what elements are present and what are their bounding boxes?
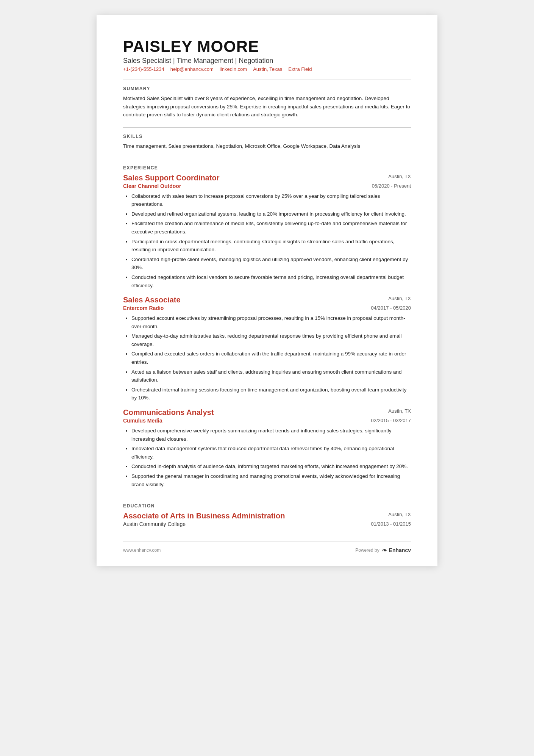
bullet-item: Orchestrated internal training sessions …: [131, 386, 411, 402]
candidate-name: PAISLEY MOORE: [123, 38, 411, 55]
experience-section: EXPERIENCE Sales Support Coordinator Aus…: [123, 165, 411, 489]
job-company-1: Clear Channel Outdoor: [123, 183, 181, 189]
job-meta-2: Entercom Radio 04/2017 - 05/2020: [123, 305, 411, 311]
job-company-2: Entercom Radio: [123, 305, 164, 311]
bullet-item: Collaborated with sales team to increase…: [131, 192, 411, 208]
contact-phone: +1-(234)-555-1234: [123, 66, 164, 72]
header-divider: [123, 80, 411, 80]
job-title-2: Sales Associate: [123, 296, 181, 304]
edu-meta: Austin Community College 01/2013 - 01/20…: [123, 521, 411, 527]
job-bullets-1: Collaborated with sales team to increase…: [123, 192, 411, 290]
job-company-3: Cumulus Media: [123, 418, 162, 424]
job-location-2: Austin, TX: [388, 296, 411, 301]
edu-header: Associate of Arts in Business Administra…: [123, 512, 411, 520]
skills-divider: [123, 159, 411, 159]
job-meta-3: Cumulus Media 02/2015 - 03/2017: [123, 418, 411, 424]
job-item: Sales Associate Austin, TX Entercom Radi…: [123, 296, 411, 402]
job-header-2: Sales Associate Austin, TX: [123, 296, 411, 304]
skills-section: SKILLS Time management, Sales presentati…: [123, 134, 411, 150]
job-header-3: Communications Analyst Austin, TX: [123, 408, 411, 417]
education-section: EDUCATION Associate of Arts in Business …: [123, 503, 411, 527]
edu-date: 01/2013 - 01/2015: [371, 521, 411, 527]
header: PAISLEY MOORE Sales Specialist | Time Ma…: [123, 38, 411, 72]
summary-divider: [123, 127, 411, 128]
summary-text: Motivated Sales Specialist with over 8 y…: [123, 94, 411, 119]
bullet-item: Acted as a liaison between sales staff a…: [131, 368, 411, 384]
contact-location: Austin, Texas: [253, 66, 282, 72]
contact-email: help@enhancv.com: [170, 66, 214, 72]
edu-school: Austin Community College: [123, 521, 186, 527]
footer-url: www.enhancv.com: [123, 548, 161, 553]
job-item: Sales Support Coordinator Austin, TX Cle…: [123, 174, 411, 290]
job-location-1: Austin, TX: [388, 174, 411, 179]
footer-powered-by: Powered by ❧ Enhancv: [355, 546, 411, 554]
bullet-item: Conducted in-depth analysis of audience …: [131, 462, 411, 471]
bullet-item: Compiled and executed sales orders in co…: [131, 350, 411, 366]
experience-label: EXPERIENCE: [123, 165, 411, 171]
job-date-2: 04/2017 - 05/2020: [371, 305, 411, 311]
bullet-item: Facilitated the creation and maintenance…: [131, 219, 411, 236]
page-footer: www.enhancv.com Powered by ❧ Enhancv: [123, 541, 411, 554]
bullet-item: Conducted negotiations with local vendor…: [131, 273, 411, 290]
skills-label: SKILLS: [123, 134, 411, 139]
resume-page: PAISLEY MOORE Sales Specialist | Time Ma…: [97, 15, 437, 566]
bullet-item: Developed comprehensive weekly reports s…: [131, 427, 411, 443]
contact-extra: Extra Field: [288, 66, 312, 72]
job-title-3: Communications Analyst: [123, 408, 214, 417]
bullet-item: Managed day-to-day administrative tasks,…: [131, 332, 411, 348]
summary-label: SUMMARY: [123, 86, 411, 91]
job-location-3: Austin, TX: [388, 408, 411, 414]
job-bullets-3: Developed comprehensive weekly reports s…: [123, 427, 411, 488]
job-header-1: Sales Support Coordinator Austin, TX: [123, 174, 411, 182]
job-item: Communications Analyst Austin, TX Cumulu…: [123, 408, 411, 488]
job-title-1: Sales Support Coordinator: [123, 174, 219, 182]
bullet-item: Supported the general manager in coordin…: [131, 472, 411, 488]
edu-location: Austin, TX: [388, 512, 411, 517]
enhancv-icon: ❧: [382, 546, 387, 554]
bullet-item: Innovated data management systems that r…: [131, 445, 411, 461]
enhancv-brand: Enhancv: [389, 547, 411, 553]
skills-text: Time management, Sales presentations, Ne…: [123, 142, 411, 150]
job-bullets-2: Supported account executives by streamli…: [123, 314, 411, 402]
enhancv-logo: ❧ Enhancv: [382, 546, 411, 554]
contact-info: +1-(234)-555-1234 help@enhancv.com linke…: [123, 66, 411, 72]
job-date-1: 06/2020 - Present: [372, 183, 411, 189]
experience-divider: [123, 497, 411, 497]
contact-linkedin: linkedin.com: [220, 66, 247, 72]
job-meta-1: Clear Channel Outdoor 06/2020 - Present: [123, 183, 411, 189]
bullet-item: Participated in cross-departmental meeti…: [131, 238, 411, 254]
bullet-item: Supported account executives by streamli…: [131, 314, 411, 330]
edu-degree: Associate of Arts in Business Administra…: [123, 512, 285, 520]
bullet-item: Coordinated high-profile client events, …: [131, 255, 411, 272]
summary-section: SUMMARY Motivated Sales Specialist with …: [123, 86, 411, 119]
job-date-3: 02/2015 - 03/2017: [371, 418, 411, 423]
candidate-title: Sales Specialist | Time Management | Neg…: [123, 57, 411, 65]
powered-by-text: Powered by: [355, 548, 379, 553]
bullet-item: Developed and refined organizational sys…: [131, 210, 411, 218]
education-label: EDUCATION: [123, 503, 411, 509]
